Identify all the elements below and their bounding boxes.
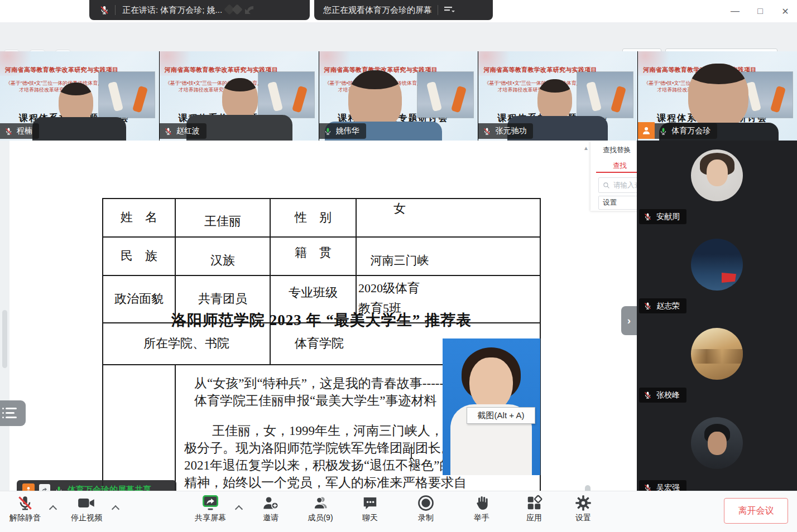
speaking-indicator-pill: 正在讲话: 体育万会珍; 姚... [89,0,310,20]
shared-screen-area: 洛阳师范学院 2023 年 “最美大学生” 推荐表 姓 名 王佳丽 性 别 女 … [0,141,637,491]
chat-icon [362,495,378,511]
banner-photo [99,72,155,118]
scrollbar-thumb[interactable] [2,310,7,368]
button-label: 停止视频 [71,513,102,523]
share-options-chevron[interactable] [236,505,242,511]
button-label: 举手 [474,513,489,523]
button-label: 设置 [575,513,591,523]
name-label: 张校峰 [639,388,686,403]
active-mic-icon [324,127,332,136]
muted-mic-icon [644,391,652,399]
participant-name: 姚伟华 [336,126,359,136]
screen-share-status-bar[interactable]: 体育万会珍的屏幕共享 [17,480,176,491]
pill-divider [115,5,116,15]
minimize-button[interactable]: — [727,3,743,19]
gear-icon [575,495,592,511]
apps-button[interactable]: 应用 [510,495,558,523]
muted-mic-icon [644,212,652,221]
unmute-button[interactable]: 解除静音 [1,495,49,523]
find-replace-panel: ▲ 查找替换 ▼ 查找 请输入查找 设置 ▼ [590,141,637,211]
button-label: 聊天 [362,513,378,523]
muted-mic-icon [99,5,109,15]
button-label: 成员(9) [308,513,333,523]
button-label: 应用 [526,513,542,523]
name-label: 安献周 [639,209,686,224]
muted-mic-icon [644,483,652,491]
button-label: 共享屏幕 [195,513,226,523]
chat-button[interactable]: 聊天 [346,495,394,523]
annotation-list-button[interactable] [0,400,26,426]
speaking-text: 正在讲话: 体育万会珍; 姚... [122,5,222,16]
find-replace-title[interactable]: 查找替换 [603,146,631,155]
screenshot-tooltip: 截图(Alt + A) [467,407,535,424]
stop-video-button[interactable]: 停止视频 [63,495,111,523]
collapse-caret-icon[interactable]: ▲ [583,145,589,151]
pill-divider [438,5,438,15]
scrollbar-thumb[interactable] [585,485,590,491]
table-cell: 教育5班 [358,300,442,317]
maximize-button[interactable]: □ [752,3,768,19]
participant-tile[interactable]: 安献周 [637,141,797,230]
active-mic-icon [659,127,668,136]
table-cell: 体育学院 [295,322,462,364]
text-cursor [409,447,414,459]
video-tile-3[interactable]: 河南省高等教育教学改革研究与实践项目 《基于“德•技•文”三位一体的优秀传统体育… [319,51,478,141]
members-icon [312,495,329,511]
share-screen-button[interactable]: 共享屏幕 [186,495,234,523]
search-icon [603,182,610,189]
participant-tile[interactable]: 张校峰 [637,319,797,408]
participant-name: 安献周 [656,212,680,222]
tab-find[interactable]: 查找 [613,161,627,171]
muted-mic-icon [4,127,13,136]
share-icon [39,484,50,491]
video-options-chevron[interactable] [113,505,119,511]
table-cell: 汉族 [176,241,270,279]
tab-underline [596,172,637,173]
doc-scrollbar[interactable] [585,453,590,491]
muted-mic-icon [644,302,652,310]
name-label: 姚伟华 [319,123,366,139]
participant-tile[interactable]: 赵志荣 [637,230,797,319]
name-label: 吴宏强 [639,480,686,491]
participant-name: 张元驰功 [495,126,526,136]
video-tile-5[interactable]: 河南省高等教育教学改革研究与实践项目 《基于“德•技•文”三位一体的优秀传统体育… [638,51,797,141]
table-cell: 所在学院、书院 [103,322,270,364]
window-titlebar: 正在讲话: 体育万会珍; 姚... 您正在观看体育万会珍的屏幕 — □ ✕ [0,0,797,22]
muted-mic-icon [17,495,33,511]
watching-banner-pill: 您正在观看体育万会珍的屏幕 [314,0,493,20]
video-strip: 河南省高等教育教学改革研究与实践项目 《基于“德•技•文”三位一体的优秀传统体育… [0,51,797,141]
video-tile-1[interactable]: 河南省高等教育教学改革研究与实践项目 《基于“德•技•文”三位一体的优秀传统体育… [0,51,159,141]
participant-name: 程楠 [17,126,32,136]
share-options-menu-icon[interactable] [444,6,456,14]
audio-options-chevron[interactable] [50,505,56,511]
name-label: 赵红波 [160,123,207,139]
person-icon [641,125,651,136]
video-tile-4[interactable]: 河南省高等教育教学改革研究与实践项目 《基于“德•技•文”三位一体的优秀传统体育… [478,51,637,141]
find-search-input[interactable]: 请输入查找 [598,177,637,193]
doc-paragraph: 精神，始终以一个党员，军人的标准来严格要求自 [184,474,535,491]
table-cell: 专业班级 [271,269,356,316]
close-button[interactable]: ✕ [777,3,793,19]
banner-photo [417,72,473,118]
video-tile-2[interactable]: 河南省高等教育教学改革研究与实践项目 《基于“德•技•文”三位一体的优秀传统体育… [160,51,319,141]
record-icon [417,495,434,511]
name-label: 程楠 [0,123,39,139]
find-settings-dropdown[interactable]: 设置 ▼ [598,196,637,210]
leave-meeting-button[interactable]: 离开会议 [724,498,788,524]
button-label: 邀请 [263,513,279,523]
button-label: 录制 [418,513,434,523]
button-label: 解除静音 [9,513,41,523]
record-button[interactable]: 录制 [402,495,450,523]
participant-name: 赵红波 [176,126,200,136]
table-border [175,364,176,491]
left-scrollbar[interactable] [0,141,9,491]
settings-button[interactable]: 设置 [559,495,607,523]
banner-photo [258,72,314,118]
raise-hand-button[interactable]: 举手 [458,495,506,523]
participant-tile[interactable]: 吴宏强 [637,408,797,491]
invite-button[interactable]: 邀请 [247,495,295,523]
members-button[interactable]: 成员(9) [296,495,344,523]
sidebar-expand-button[interactable]: › [621,306,637,335]
presenter-badge [638,122,655,139]
table-cell: 共青团员 [176,275,270,322]
